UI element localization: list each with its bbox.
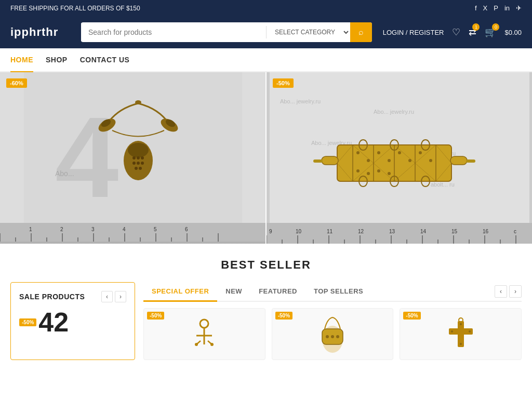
product-card-3[interactable]: -50% [400, 308, 522, 360]
product-grid: -50% -50% [143, 308, 522, 360]
best-seller-title: BEST SELLER [10, 258, 522, 272]
nav-item-shop[interactable]: SHOP [46, 48, 68, 71]
header-actions: LOGIN / REGISTER ♡ ⇄ 1 🛒 0 $0.00 [383, 26, 522, 38]
hero-left-ruler: 1 2 3 4 5 6 [0, 223, 265, 244]
svg-text:9: 9 [269, 229, 272, 234]
svg-point-63 [388, 172, 391, 175]
search-button[interactable]: ⌕ [350, 22, 372, 42]
tab-featured[interactable]: FEATURED [250, 282, 305, 302]
svg-point-59 [429, 159, 432, 162]
svg-point-16 [139, 167, 142, 170]
main-nav: HOME SHOP CONTACT US [0, 48, 532, 72]
svg-point-55 [388, 159, 391, 162]
svg-rect-18 [0, 223, 265, 242]
compare-icon[interactable]: ⇄ 1 [469, 26, 476, 38]
svg-text:4: 4 [123, 227, 126, 232]
linkedin-icon[interactable]: in [504, 4, 510, 12]
wishlist-icon[interactable]: ♡ [452, 26, 460, 38]
cart-icon[interactable]: 🛒 0 [485, 26, 496, 38]
cart-badge: 0 [492, 23, 499, 31]
sale-products-nav: ‹ › [101, 291, 126, 302]
hero-left-svg: 4 [24, 72, 242, 223]
svg-text:Abo... jewelry.ru: Abo... jewelry.ru [374, 109, 414, 115]
svg-text:15: 15 [451, 229, 458, 234]
pinterest-icon[interactable]: P [494, 4, 498, 12]
sale-badge: -50% [19, 318, 36, 326]
offer-next-button[interactable]: › [509, 285, 522, 298]
svg-text:14: 14 [420, 229, 427, 234]
svg-rect-65 [313, 159, 323, 163]
svg-text:5: 5 [154, 227, 157, 232]
svg-rect-67 [466, 159, 475, 163]
offer-nav: ‹ › [495, 285, 522, 298]
sale-products-header: SALE PRODUCTS ‹ › [19, 291, 126, 302]
tab-top-sellers[interactable]: TOP SELLERS [305, 282, 371, 302]
sale-number-block: -50% 42 [19, 309, 126, 336]
svg-text:Abo... jewelry.ru: Abo... jewelry.ru [280, 98, 321, 104]
top-bar: FREE SHIPPING FOR ALL ORDERS OF $150 f X… [0, 0, 532, 16]
facebook-icon[interactable]: f [475, 4, 477, 12]
tab-special-offer[interactable]: SPECIAL OFFER [143, 282, 217, 302]
svg-point-120 [469, 330, 471, 332]
offer-prev-button[interactable]: ‹ [495, 285, 507, 298]
svg-point-119 [451, 330, 453, 332]
svg-text:2: 2 [60, 227, 63, 232]
svg-text:16: 16 [483, 229, 489, 234]
search-input[interactable] [81, 23, 266, 42]
sale-next-button[interactable]: › [115, 291, 126, 302]
product-image-2 [314, 313, 351, 355]
svg-text:13: 13 [389, 229, 395, 234]
cart-total[interactable]: $0.00 [504, 29, 522, 36]
svg-point-8 [128, 143, 149, 157]
svg-point-53 [367, 159, 370, 162]
offer-tabs: SPECIAL OFFER NEW FEATURED TOP SELLERS [143, 282, 371, 301]
svg-text:12: 12 [358, 229, 364, 234]
svg-rect-75 [267, 223, 532, 244]
product-badge-1: -50% [147, 312, 164, 320]
hero-right-badge: -50% [273, 78, 294, 88]
product-card-2[interactable]: -50% [272, 308, 394, 360]
x-icon[interactable]: X [483, 4, 488, 12]
product-badge-3: -50% [403, 312, 420, 320]
compare-badge: 1 [472, 23, 480, 31]
nav-item-contact[interactable]: CONTACT US [80, 48, 130, 71]
svg-point-52 [356, 151, 360, 154]
svg-point-113 [336, 335, 339, 338]
bottom-section: SALE PRODUCTS ‹ › -50% 42 SPECIAL OFFER … [0, 277, 532, 365]
svg-point-107 [195, 343, 198, 346]
svg-point-57 [408, 159, 411, 162]
svg-text:Abo...: Abo... [55, 169, 74, 178]
special-offer-box: SPECIAL OFFER NEW FEATURED TOP SELLERS ‹… [143, 282, 522, 360]
social-icons: f X P in ✈ [475, 4, 522, 12]
svg-point-60 [356, 169, 360, 172]
sale-products-title: SALE PRODUCTS [19, 292, 85, 301]
ruler-svg-right: 9 10 11 12 13 14 15 16 c [267, 223, 532, 244]
hero-section: -60% 4 [0, 72, 532, 244]
svg-point-61 [367, 172, 370, 175]
svg-point-11 [141, 156, 144, 159]
header: ipphrthr SELECT CATEGORY ⌕ LOGIN / REGIS… [0, 16, 532, 48]
sale-prev-button[interactable]: ‹ [101, 291, 113, 302]
sale-number: 42 [38, 309, 69, 336]
svg-point-13 [137, 162, 140, 165]
hero-right-image: Abo... jewelry.ru Abo... jewelry.ru Abo.… [267, 72, 532, 223]
svg-rect-66 [450, 156, 467, 165]
hero-right: -50% Abo... jewelry.ru Abo... jewelry.ru… [267, 72, 532, 244]
svg-point-56 [398, 151, 401, 154]
svg-point-12 [132, 162, 136, 165]
svg-point-15 [135, 167, 138, 170]
svg-point-117 [460, 323, 462, 325]
telegram-icon[interactable]: ✈ [516, 4, 522, 12]
svg-text:11: 11 [327, 229, 333, 234]
product-card-1[interactable]: -50% [143, 308, 265, 360]
special-offer-header: SPECIAL OFFER NEW FEATURED TOP SELLERS ‹… [143, 282, 522, 302]
svg-text:4: 4 [55, 94, 118, 221]
svg-point-2 [135, 100, 141, 104]
svg-point-9 [132, 156, 136, 159]
tab-new[interactable]: NEW [217, 282, 250, 302]
hero-left: -60% 4 [0, 72, 267, 244]
nav-item-home[interactable]: HOME [10, 48, 33, 72]
category-select[interactable]: SELECT CATEGORY [267, 24, 350, 41]
login-register-link[interactable]: LOGIN / REGISTER [383, 29, 444, 36]
svg-text:abolt... ru: abolt... ru [431, 181, 455, 188]
